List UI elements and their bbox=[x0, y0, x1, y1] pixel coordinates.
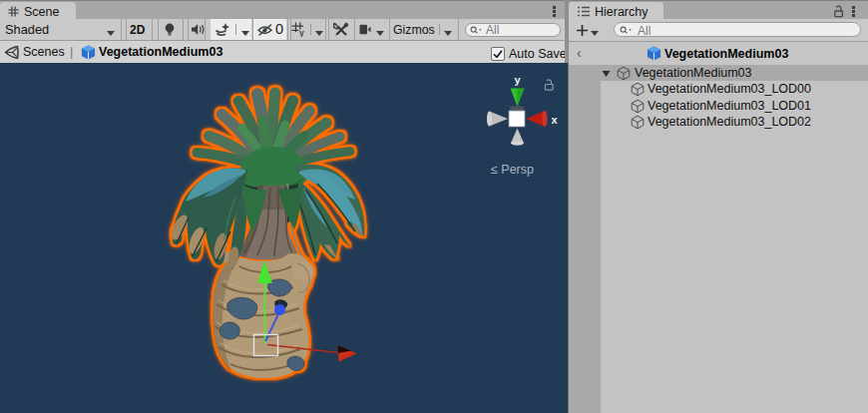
svg-text:y: y bbox=[299, 28, 304, 37]
svg-text:x: x bbox=[552, 114, 559, 126]
svg-text:≤ Persp: ≤ Persp bbox=[491, 163, 534, 177]
svg-text:y: y bbox=[514, 74, 521, 86]
